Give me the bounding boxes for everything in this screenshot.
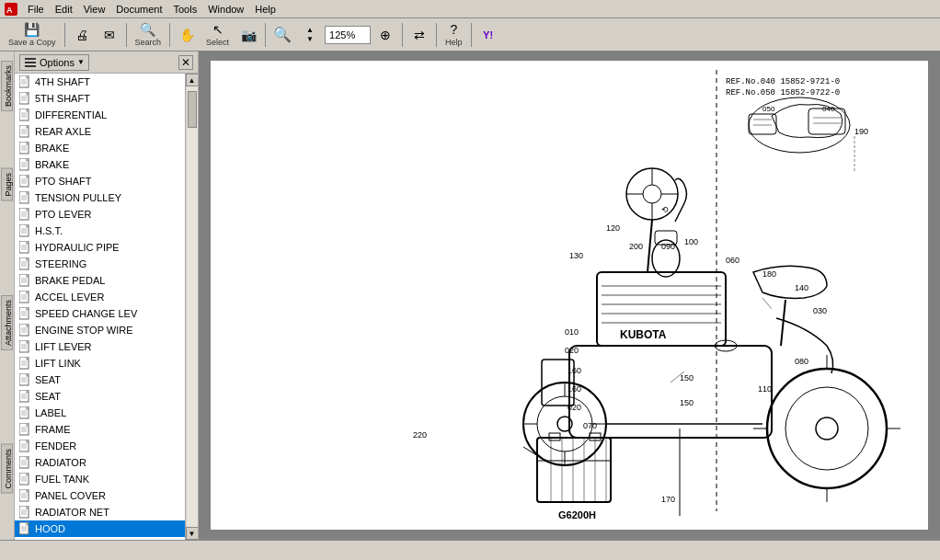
zoom-dropdown-button[interactable]: ▲ ▼ (297, 21, 323, 49)
svg-text:050: 050 (762, 105, 775, 113)
menu-edit[interactable]: Edit (50, 2, 78, 17)
list-item-label: PTO SHAFT (35, 176, 92, 187)
options-icon (24, 56, 37, 69)
list-item[interactable]: BRAKE (15, 140, 185, 156)
chevron-up-icon: ▼ (306, 35, 314, 43)
list-item-label: STEERING (35, 258, 86, 269)
list-item[interactable]: SEAT (15, 371, 185, 388)
list-item[interactable]: SPEED CHANGE LEV (15, 305, 185, 322)
list-item[interactable]: ACCEL LEVER (15, 289, 185, 305)
document-icon (18, 175, 31, 188)
svg-line-201 (781, 300, 785, 346)
yahoo-button[interactable]: Y! (476, 21, 501, 49)
scroll-thumb[interactable] (188, 91, 197, 128)
bookmarks-tab[interactable]: Bookmarks (1, 61, 13, 111)
list-item[interactable]: BRAKE (15, 156, 185, 173)
panel-close-button[interactable]: ✕ (178, 55, 193, 70)
list-item[interactable]: TENSION PULLEY (15, 189, 185, 206)
list-item-label: RADIATOR NET (35, 507, 109, 518)
options-button[interactable]: Options ▼ (19, 54, 89, 71)
svg-text:REF.No.050 15852-9722-0: REF.No.050 15852-9722-0 (726, 88, 840, 97)
svg-text:A: A (6, 6, 13, 15)
toolbar-separator-3 (169, 23, 170, 47)
svg-text:⟲: ⟲ (661, 205, 669, 214)
doc-file-icon (19, 257, 30, 270)
list-item[interactable]: H.S.T. (15, 223, 185, 239)
list-item[interactable]: ENGINE STOP WIRE (15, 322, 185, 338)
scroll-down-arrow[interactable]: ▼ (186, 527, 199, 540)
svg-rect-3 (25, 62, 36, 63)
hand-tool-button[interactable]: ✋ (174, 21, 200, 49)
menu-window[interactable]: Window (202, 2, 249, 17)
list-panel: 4TH SHAFT 5TH SHAFT DIFFERENTIAL REAR AX… (15, 74, 198, 540)
email-button[interactable]: ✉ (97, 21, 122, 49)
doc-file-icon (19, 274, 30, 287)
attachments-tab[interactable]: Attachments (1, 295, 13, 350)
document-icon (18, 208, 31, 221)
list-scrollbar[interactable]: ▲ ▼ (185, 74, 198, 540)
document-icon (18, 456, 31, 469)
document-icon (18, 224, 31, 237)
document-icon (18, 506, 31, 519)
comments-tab[interactable]: Comments (1, 444, 13, 494)
list-item-label: ACCEL LEVER (35, 291, 104, 303)
zoom-out-button[interactable]: 🔍 (269, 21, 295, 49)
list-item[interactable]: SEAT (15, 388, 185, 405)
doc-file-icon (19, 307, 30, 320)
main-container: Bookmarks Pages Attachments Comments Opt… (0, 51, 940, 540)
snapshot-button[interactable]: 📷 (235, 21, 261, 49)
menu-help[interactable]: Help (249, 2, 281, 17)
print-icon: 🖨 (75, 28, 89, 42)
search-button[interactable]: 🔍 Search (131, 21, 166, 49)
list-item[interactable]: 4TH SHAFT (15, 74, 185, 90)
list-item[interactable]: HOOD (15, 520, 185, 537)
toolbar-separator-6 (436, 23, 437, 47)
doc-file-icon (19, 324, 30, 337)
list-item-label: BRAKE (35, 159, 69, 170)
list-item[interactable]: FRAME (15, 421, 185, 438)
list-item[interactable]: STEERING (15, 256, 185, 272)
document-icon (18, 291, 31, 303)
list-item[interactable]: LABEL (15, 405, 185, 421)
svg-text:220: 220 (413, 430, 427, 440)
scroll-up-arrow[interactable]: ▲ (186, 74, 199, 86)
list-item-label: LIFT LINK (35, 358, 81, 369)
svg-rect-2 (25, 58, 36, 60)
doc-file-icon (19, 92, 30, 105)
menu-file[interactable]: File (22, 2, 50, 17)
list-item[interactable]: PANEL COVER (15, 487, 185, 504)
list-item[interactable]: PTO LEVER (15, 206, 185, 223)
list-item[interactable]: BRAKE PEDAL (15, 272, 185, 289)
list-item-label: REAR AXLE (35, 126, 91, 137)
list-item[interactable]: DIFFERENTIAL (15, 107, 185, 123)
svg-line-136 (648, 220, 652, 272)
nav-button[interactable]: ⇄ (407, 21, 432, 49)
list-item-label: SPEED CHANGE LEV (35, 308, 137, 319)
list-item[interactable]: FUEL TANK (15, 471, 185, 487)
document-icon (18, 75, 31, 88)
menu-document[interactable]: Document (110, 2, 167, 17)
list-item[interactable]: RADIATOR (15, 454, 185, 471)
print-button[interactable]: 🖨 (69, 21, 95, 49)
list-item[interactable]: FENDER (15, 438, 185, 454)
list-item-label: LABEL (35, 407, 66, 418)
select-button[interactable]: ↖ Select (201, 21, 234, 49)
list-item[interactable]: HYDRAULIC PIPE (15, 239, 185, 256)
pages-tab[interactable]: Pages (1, 168, 13, 201)
zoom-in-button[interactable]: ⊕ (373, 21, 398, 49)
document-icon (18, 158, 31, 171)
list-item[interactable]: LIFT LEVER (15, 338, 185, 355)
menu-view[interactable]: View (78, 2, 111, 17)
list-item[interactable]: LIFT LINK (15, 355, 185, 371)
list-item[interactable]: PTO SHAFT (15, 173, 185, 189)
svg-text:180: 180 (762, 269, 776, 279)
doc-file-icon (19, 125, 30, 138)
save-copy-button[interactable]: 💾 Save a Copy (4, 21, 61, 49)
help-button[interactable]: ? Help (441, 21, 467, 49)
document-icon (18, 109, 31, 121)
list-item[interactable]: REAR AXLE (15, 123, 185, 140)
menu-tools[interactable]: Tools (168, 2, 203, 17)
doc-file-icon (19, 423, 30, 436)
list-item[interactable]: 5TH SHAFT (15, 90, 185, 107)
list-item[interactable]: RADIATOR NET (15, 504, 185, 520)
